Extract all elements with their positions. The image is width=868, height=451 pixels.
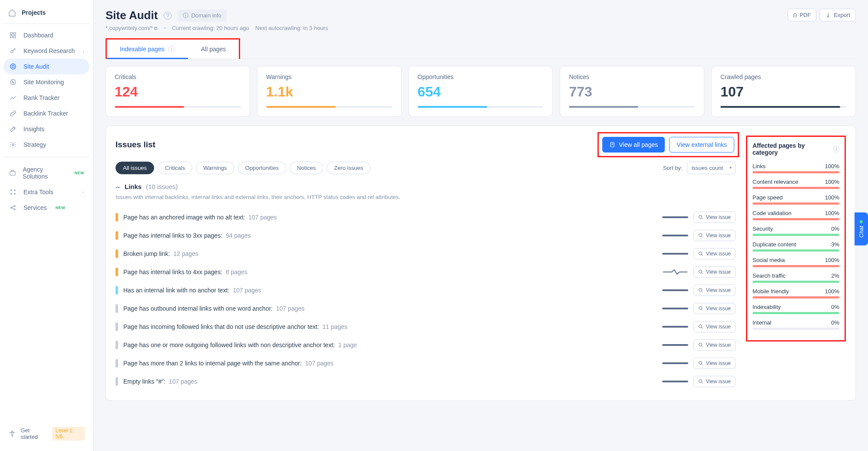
wand-icon xyxy=(9,126,17,133)
sidebar-get-started[interactable]: Get started Level 1: 5/6 xyxy=(3,421,89,446)
category-bar xyxy=(752,249,839,252)
stat-card-opportunities[interactable]: Opportunities 654 xyxy=(409,66,553,117)
sidebar-item-site-monitoring[interactable]: Site Monitoring xyxy=(3,74,89,90)
status-dot-icon xyxy=(860,220,863,223)
category-name: Internal xyxy=(752,319,771,326)
pdf-button[interactable]: ⎙ PDF xyxy=(788,9,816,21)
category-row-page-speed[interactable]: Page speed100% xyxy=(752,194,839,205)
issue-text[interactable]: Page has outbound internal links with on… xyxy=(123,305,657,312)
filter-pills: All issuesCriticalsWarningsOpportunities… xyxy=(116,162,370,174)
view-issue-button[interactable]: View issue xyxy=(693,248,736,259)
stat-card-notices[interactable]: Notices 773 xyxy=(560,66,704,117)
export-button[interactable]: ⭳ Export xyxy=(820,9,856,21)
category-bar xyxy=(752,265,839,267)
info-icon[interactable]: i xyxy=(833,146,839,153)
stat-bar xyxy=(115,106,241,108)
filter-pill-notices[interactable]: Notices xyxy=(290,162,323,174)
sidebar-item-extra-tools[interactable]: Extra Tools › xyxy=(3,184,89,200)
document-icon xyxy=(609,142,615,148)
category-row-mobile-friendly[interactable]: Mobile friendly100% xyxy=(752,288,839,298)
view-issue-button[interactable]: View issue xyxy=(693,358,736,369)
help-icon[interactable]: ? xyxy=(164,12,172,20)
sidebar-item-label: Dashboard xyxy=(23,32,53,39)
view-issue-button[interactable]: View issue xyxy=(693,212,736,223)
view-external-links-button[interactable]: View external links xyxy=(669,137,734,153)
chat-tab[interactable]: Chat xyxy=(855,212,868,245)
category-row-indexability[interactable]: Indexability0% xyxy=(752,304,839,314)
tab-label: Indexable pages xyxy=(120,46,165,53)
issue-text[interactable]: Empty links "#": 107 pages xyxy=(123,378,657,385)
view-all-pages-button[interactable]: View all pages xyxy=(602,137,665,153)
main-content: Site Audit ? ⓘ Domain info *.copywritely… xyxy=(93,0,868,451)
search-icon xyxy=(698,269,703,275)
categories-title: Affected pages by category xyxy=(752,142,829,156)
issue-text[interactable]: Page has more than 2 links to internal p… xyxy=(123,360,657,367)
severity-indicator xyxy=(116,341,118,349)
issue-count: 12 pages xyxy=(173,250,198,257)
sparkline-icon xyxy=(662,232,688,239)
filter-pill-zero-issues[interactable]: Zero issues xyxy=(327,162,370,174)
category-row-code-validation[interactable]: Code validation100% xyxy=(752,210,839,220)
domain-info-button[interactable]: ⓘ Domain info xyxy=(178,10,226,22)
category-row-internal[interactable]: Internal0% xyxy=(752,319,839,330)
category-row-links[interactable]: Links100% xyxy=(752,163,839,173)
filter-pill-warnings[interactable]: Warnings xyxy=(196,162,234,174)
stat-cards: Criticals 124 Warnings 1.1k Opportunitie… xyxy=(106,66,856,117)
stat-card-criticals[interactable]: Criticals 124 xyxy=(106,66,250,117)
issue-text[interactable]: Page has one or more outgoing followed l… xyxy=(123,342,657,348)
sidebar-item-keyword-research[interactable]: Keyword Research › xyxy=(3,43,89,59)
view-issue-button[interactable]: View issue xyxy=(693,285,736,296)
issue-text[interactable]: Has an internal link with no anchor text… xyxy=(123,287,657,294)
issue-row: Page has one or more outgoing followed l… xyxy=(116,336,736,354)
info-icon[interactable]: i xyxy=(168,46,175,53)
issue-text[interactable]: Page has an anchored image with no alt t… xyxy=(123,214,657,221)
svg-point-5 xyxy=(10,64,16,69)
sidebar-item-strategy[interactable]: Strategy xyxy=(3,137,89,153)
sparkline-icon xyxy=(662,250,688,258)
sidebar-item-site-audit[interactable]: Site Audit xyxy=(3,59,89,74)
filter-pill-criticals[interactable]: Criticals xyxy=(158,162,192,174)
view-issue-button[interactable]: View issue xyxy=(693,230,736,241)
view-issue-button[interactable]: View issue xyxy=(693,303,736,314)
sidebar-item-services[interactable]: Services NEW xyxy=(3,200,89,216)
category-row-duplicate-content[interactable]: Duplicate content3% xyxy=(752,241,839,252)
view-issue-button[interactable]: View issue xyxy=(693,376,736,387)
severity-indicator xyxy=(116,213,118,222)
svg-point-38 xyxy=(699,325,702,328)
sidebar-item-dashboard[interactable]: Dashboard xyxy=(3,27,89,43)
sort-select[interactable]: issues count ▾ xyxy=(687,162,736,174)
sidebar-item-rank-tracker[interactable]: Rank Tracker xyxy=(3,90,89,106)
sidebar-item-label: Site Monitoring xyxy=(23,79,64,86)
sidebar-projects[interactable]: Projects xyxy=(3,5,89,24)
severity-indicator xyxy=(116,322,118,331)
view-issue-button[interactable]: View issue xyxy=(693,266,736,278)
domain-text[interactable]: *.copywritely.com/* ⧉ xyxy=(106,25,158,31)
category-row-security[interactable]: Security0% xyxy=(752,226,839,236)
view-issue-button[interactable]: View issue xyxy=(693,321,736,332)
sidebar-item-insights[interactable]: Insights xyxy=(3,121,89,137)
download-icon: ⭳ xyxy=(825,12,831,18)
sidebar-item-agency-solutions[interactable]: Agency Solutions NEW xyxy=(3,162,89,184)
diamond-icon xyxy=(8,430,16,437)
tab-all-pages[interactable]: All pages xyxy=(188,40,239,59)
sidebar: Projects Dashboard Keyword Research › Si… xyxy=(0,0,93,451)
stat-card-warnings[interactable]: Warnings 1.1k xyxy=(257,66,402,117)
filter-pill-all-issues[interactable]: All issues xyxy=(116,162,154,174)
sidebar-item-backlink-tracker[interactable]: Backlink Tracker xyxy=(3,106,89,121)
get-started-label: Get started xyxy=(20,427,47,440)
category-row-content-relevance[interactable]: Content relevance100% xyxy=(752,179,839,189)
issue-text[interactable]: Broken jump link: 12 pages xyxy=(123,250,657,257)
issue-text[interactable]: Page has internal links to 4xx pages: 8 … xyxy=(123,269,657,275)
new-badge: NEW xyxy=(56,206,66,210)
issue-text[interactable]: Page has incoming followed links that do… xyxy=(123,323,657,330)
category-name: Security xyxy=(752,226,773,232)
sort-label: Sort by: xyxy=(663,165,683,171)
group-toggle-links[interactable]: ︿ Links (10 issues) xyxy=(116,183,736,190)
category-row-search-traffic[interactable]: Search traffic2% xyxy=(752,272,839,283)
issue-text[interactable]: Page has internal links to 3xx pages: 94… xyxy=(123,232,657,239)
category-row-social-media[interactable]: Social media100% xyxy=(752,257,839,267)
filter-pill-opportunities[interactable]: Opportunities xyxy=(238,162,286,174)
view-issue-button[interactable]: View issue xyxy=(693,339,736,351)
stat-card-crawled-pages[interactable]: Crawled pages 107 xyxy=(711,66,856,117)
tab-indexable-pages[interactable]: Indexable pagesi xyxy=(107,40,188,59)
